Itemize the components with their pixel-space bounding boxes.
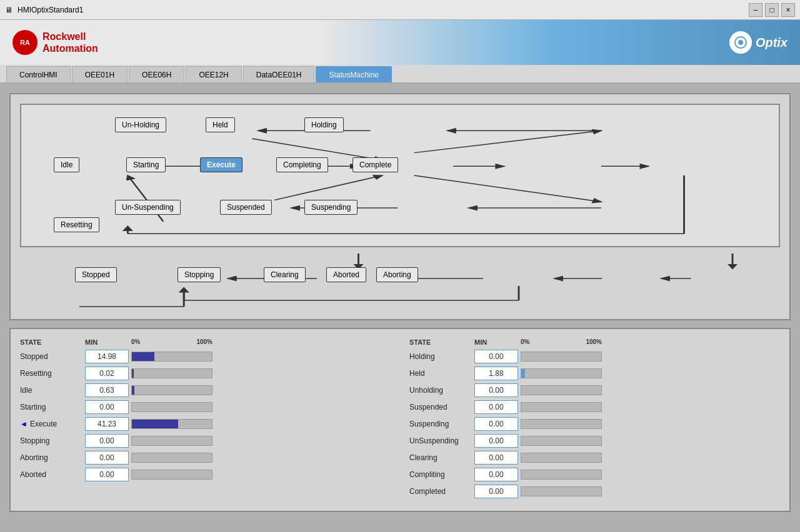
- value-starting: 0.00: [85, 400, 129, 414]
- maximize-button[interactable]: □: [765, 3, 779, 17]
- label-holding: Holding: [409, 352, 472, 361]
- label-completed: Completed: [409, 487, 472, 496]
- row-aborted: Aborted 0.00: [20, 468, 391, 481]
- bar-compliting: [521, 470, 602, 480]
- label-unholding: Unholding: [409, 386, 472, 395]
- outer-states: Stopped Stopping Clearing Aborted Aborti…: [20, 254, 780, 310]
- bar-suspended: [521, 402, 602, 412]
- value-aborted: 0.00: [85, 468, 129, 481]
- row-stopping: Stopping 0.00: [20, 434, 391, 448]
- optix-logo: Optix: [729, 31, 788, 54]
- title-bar: 🖥 HMIOptixStandard1 – □ ×: [0, 0, 800, 20]
- svg-line-10: [414, 175, 601, 202]
- value-resetting: 0.02: [85, 367, 129, 380]
- bar-clearing: [521, 453, 602, 463]
- state-diagram: Idle Starting Execute Completing Complet…: [9, 93, 791, 320]
- state-aborted: Aborted: [326, 267, 366, 282]
- bar-aborting: [131, 453, 212, 463]
- value-unsuspending: 0.00: [474, 434, 518, 448]
- close-button[interactable]: ×: [781, 3, 795, 17]
- bar-stopped: [131, 352, 212, 362]
- row-held: Held 1.88: [409, 367, 780, 380]
- state-execute: Execute: [200, 157, 242, 172]
- state-complete: Complete: [352, 157, 398, 172]
- tab-oee06h[interactable]: OEE06H: [129, 66, 184, 82]
- logo-area: RA Rockwell Automation: [12, 30, 98, 55]
- col-min-header-left: MIN: [85, 338, 129, 346]
- value-compliting: 0.00: [474, 468, 518, 481]
- value-suspending: 0.00: [474, 417, 518, 431]
- bar-aborted: [131, 470, 212, 480]
- value-clearing: 0.00: [474, 451, 518, 465]
- data-column-right: STATE MIN 0% 100% Holding 0.00 Held 1.: [409, 338, 780, 501]
- state-stopping: Stopping: [178, 267, 221, 282]
- tab-oee12h[interactable]: OEE12H: [186, 66, 241, 82]
- row-stopped: Stopped 14.98: [20, 350, 391, 363]
- state-held: Held: [206, 117, 235, 132]
- label-suspended: Suspended: [409, 403, 472, 411]
- nav-tabs: ControlHMI OEE01H OEE06H OEE12H DataOEE0…: [0, 65, 800, 84]
- label-stopped: Stopped: [20, 352, 82, 361]
- window-title: HMIOptixStandard1: [18, 6, 83, 14]
- col-state-header-left: STATE: [20, 338, 82, 346]
- label-clearing: Clearing: [409, 453, 472, 462]
- row-unsuspending: UnSuspending 0.00: [409, 434, 780, 448]
- state-completing: Completing: [276, 157, 328, 172]
- row-aborting: Aborting 0.00: [20, 451, 391, 465]
- value-holding: 0.00: [474, 350, 518, 363]
- row-unholding: Unholding 0.00: [409, 383, 780, 397]
- optix-icon: [729, 31, 752, 54]
- row-holding: Holding 0.00: [409, 350, 780, 363]
- state-aborting: Aborting: [376, 267, 418, 282]
- tab-oee01h[interactable]: OEE01H: [72, 66, 128, 82]
- col-min-header-right: MIN: [474, 338, 518, 346]
- value-held: 1.88: [474, 367, 518, 380]
- value-completed: 0.00: [474, 485, 518, 498]
- minimize-button[interactable]: –: [749, 3, 762, 17]
- row-compliting: Compliting 0.00: [409, 468, 780, 481]
- label-execute: ◄ Execute: [20, 420, 82, 428]
- row-suspending: Suspending 0.00: [409, 417, 780, 431]
- main-content: Idle Starting Execute Completing Complet…: [0, 84, 800, 532]
- value-suspended: 0.00: [474, 400, 518, 414]
- bar-idle: [131, 385, 212, 395]
- value-aborting: 0.00: [85, 451, 129, 465]
- window-controls[interactable]: – □ ×: [749, 3, 795, 17]
- state-clearing: Clearing: [264, 267, 306, 282]
- col-state-header-right: STATE: [409, 338, 472, 346]
- svg-line-7: [414, 131, 601, 152]
- bar-unsuspending: [521, 436, 602, 446]
- company-name: Rockwell Automation: [42, 31, 98, 54]
- app-header: RA Rockwell Automation Optix: [0, 20, 800, 65]
- label-stopping: Stopping: [20, 436, 82, 445]
- row-starting: Starting 0.00: [20, 400, 391, 414]
- state-resetting: Resetting: [54, 217, 99, 232]
- tab-controlhmi[interactable]: ControlHMI: [6, 66, 71, 82]
- state-idle: Idle: [54, 157, 79, 172]
- value-unholding: 0.00: [474, 383, 518, 397]
- state-stopped: Stopped: [75, 267, 117, 282]
- bar-held: [521, 368, 602, 378]
- bar-holding: [521, 352, 602, 362]
- bar-unholding: [521, 385, 602, 395]
- data-table: STATE MIN 0% 100% Stopped 14.98 Resettin…: [9, 328, 791, 512]
- value-stopped: 14.98: [85, 350, 129, 363]
- bar-resetting: [131, 368, 212, 378]
- bar-stopping: [131, 436, 212, 446]
- state-suspending: Suspending: [304, 200, 358, 215]
- value-idle: 0.63: [85, 383, 129, 397]
- state-starting: Starting: [126, 157, 166, 172]
- rockwell-logo-circle: RA: [12, 30, 38, 55]
- bar-suspending: [521, 419, 602, 429]
- state-suspended: Suspended: [220, 200, 272, 215]
- label-idle: Idle: [20, 386, 82, 395]
- tab-dataoee01h[interactable]: DataOEE01H: [243, 66, 315, 82]
- tab-statusmachine[interactable]: StatusMachine: [316, 66, 391, 82]
- state-holding: Holding: [304, 117, 344, 132]
- label-aborted: Aborted: [20, 470, 82, 479]
- row-execute: ◄ Execute 41.23: [20, 417, 391, 431]
- label-resetting: Resetting: [20, 369, 82, 378]
- app-icon: 🖥: [5, 6, 12, 14]
- row-resetting: Resetting 0.02: [20, 367, 391, 380]
- row-completed: Completed 0.00: [409, 485, 780, 498]
